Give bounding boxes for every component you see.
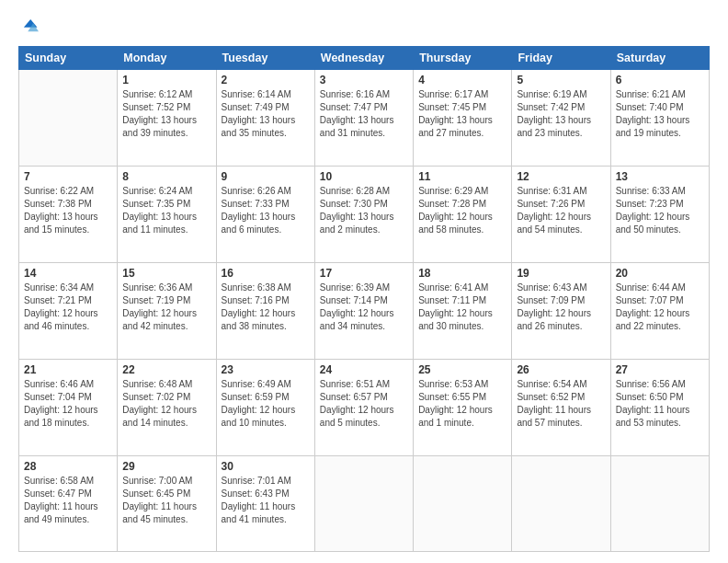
day-cell bbox=[512, 456, 610, 552]
day-content: Sunrise: 6:44 AM Sunset: 7:07 PM Dayligh… bbox=[616, 282, 704, 333]
day-number: 2 bbox=[222, 74, 310, 86]
day-number: 13 bbox=[616, 170, 704, 183]
col-header-monday: Monday bbox=[118, 47, 216, 70]
day-number: 17 bbox=[320, 267, 408, 280]
day-number: 4 bbox=[418, 74, 506, 86]
day-number: 15 bbox=[122, 267, 210, 280]
day-cell: 19Sunrise: 6:43 AM Sunset: 7:09 PM Dayli… bbox=[512, 263, 610, 360]
svg-marker-0 bbox=[24, 19, 38, 28]
col-header-friday: Friday bbox=[512, 47, 610, 70]
day-cell: 3Sunrise: 6:16 AM Sunset: 7:47 PM Daylig… bbox=[314, 70, 413, 167]
day-content: Sunrise: 6:29 AM Sunset: 7:28 PM Dayligh… bbox=[418, 185, 506, 236]
day-cell: 30Sunrise: 7:01 AM Sunset: 6:43 PM Dayli… bbox=[216, 456, 314, 552]
day-content: Sunrise: 6:31 AM Sunset: 7:26 PM Dayligh… bbox=[517, 185, 605, 236]
day-number: 9 bbox=[222, 170, 310, 183]
day-cell: 26Sunrise: 6:54 AM Sunset: 6:52 PM Dayli… bbox=[512, 360, 610, 456]
day-number: 5 bbox=[517, 74, 605, 86]
day-content: Sunrise: 6:49 AM Sunset: 6:59 PM Dayligh… bbox=[222, 378, 310, 430]
day-number: 10 bbox=[320, 170, 408, 183]
day-content: Sunrise: 6:54 AM Sunset: 6:52 PM Dayligh… bbox=[517, 378, 605, 430]
day-number: 3 bbox=[320, 74, 408, 86]
week-row-4: 21Sunrise: 6:46 AM Sunset: 7:04 PM Dayli… bbox=[19, 360, 710, 456]
day-content: Sunrise: 6:53 AM Sunset: 6:55 PM Dayligh… bbox=[418, 378, 506, 430]
col-header-tuesday: Tuesday bbox=[216, 47, 314, 70]
day-content: Sunrise: 6:26 AM Sunset: 7:33 PM Dayligh… bbox=[222, 185, 310, 236]
day-cell: 17Sunrise: 6:39 AM Sunset: 7:14 PM Dayli… bbox=[314, 263, 413, 360]
day-cell bbox=[314, 456, 413, 552]
day-number: 20 bbox=[616, 267, 704, 280]
day-number: 1 bbox=[122, 74, 210, 86]
week-row-5: 28Sunrise: 6:58 AM Sunset: 6:47 PM Dayli… bbox=[19, 456, 710, 552]
day-number: 6 bbox=[616, 74, 704, 86]
day-cell: 18Sunrise: 6:41 AM Sunset: 7:11 PM Dayli… bbox=[414, 263, 512, 360]
day-content: Sunrise: 6:38 AM Sunset: 7:16 PM Dayligh… bbox=[222, 282, 310, 333]
day-content: Sunrise: 7:00 AM Sunset: 6:45 PM Dayligh… bbox=[122, 475, 210, 526]
week-row-2: 7Sunrise: 6:22 AM Sunset: 7:38 PM Daylig… bbox=[19, 167, 710, 263]
day-number: 27 bbox=[616, 363, 704, 376]
day-cell bbox=[610, 456, 709, 552]
day-content: Sunrise: 6:14 AM Sunset: 7:49 PM Dayligh… bbox=[222, 88, 310, 140]
day-cell: 12Sunrise: 6:31 AM Sunset: 7:26 PM Dayli… bbox=[512, 167, 610, 263]
day-number: 18 bbox=[418, 267, 506, 280]
week-row-3: 14Sunrise: 6:34 AM Sunset: 7:21 PM Dayli… bbox=[19, 263, 710, 360]
week-row-1: 1Sunrise: 6:12 AM Sunset: 7:52 PM Daylig… bbox=[19, 70, 710, 167]
day-cell: 15Sunrise: 6:36 AM Sunset: 7:19 PM Dayli… bbox=[118, 263, 216, 360]
day-number: 29 bbox=[122, 460, 210, 473]
day-cell: 21Sunrise: 6:46 AM Sunset: 7:04 PM Dayli… bbox=[19, 360, 118, 456]
day-content: Sunrise: 6:22 AM Sunset: 7:38 PM Dayligh… bbox=[24, 185, 112, 236]
day-content: Sunrise: 6:51 AM Sunset: 6:57 PM Dayligh… bbox=[320, 378, 408, 430]
col-header-sunday: Sunday bbox=[19, 47, 118, 70]
day-content: Sunrise: 6:24 AM Sunset: 7:35 PM Dayligh… bbox=[122, 185, 210, 236]
day-cell: 7Sunrise: 6:22 AM Sunset: 7:38 PM Daylig… bbox=[19, 167, 118, 263]
day-cell: 10Sunrise: 6:28 AM Sunset: 7:30 PM Dayli… bbox=[314, 167, 413, 263]
day-content: Sunrise: 6:39 AM Sunset: 7:14 PM Dayligh… bbox=[320, 282, 408, 333]
calendar-header-row: SundayMondayTuesdayWednesdayThursdayFrid… bbox=[19, 47, 710, 70]
day-cell bbox=[19, 70, 118, 167]
day-cell: 8Sunrise: 6:24 AM Sunset: 7:35 PM Daylig… bbox=[118, 167, 216, 263]
day-content: Sunrise: 6:56 AM Sunset: 6:50 PM Dayligh… bbox=[616, 378, 704, 430]
col-header-wednesday: Wednesday bbox=[314, 47, 413, 70]
day-content: Sunrise: 6:43 AM Sunset: 7:09 PM Dayligh… bbox=[517, 282, 605, 333]
day-cell: 16Sunrise: 6:38 AM Sunset: 7:16 PM Dayli… bbox=[216, 263, 314, 360]
day-cell: 25Sunrise: 6:53 AM Sunset: 6:55 PM Dayli… bbox=[414, 360, 512, 456]
day-cell bbox=[414, 456, 512, 552]
day-content: Sunrise: 6:58 AM Sunset: 6:47 PM Dayligh… bbox=[24, 475, 112, 526]
col-header-thursday: Thursday bbox=[414, 47, 512, 70]
day-content: Sunrise: 7:01 AM Sunset: 6:43 PM Dayligh… bbox=[222, 475, 310, 526]
day-number: 26 bbox=[517, 363, 605, 376]
page: SundayMondayTuesdayWednesdayThursdayFrid… bbox=[0, 0, 728, 563]
day-number: 28 bbox=[24, 460, 112, 473]
day-cell: 13Sunrise: 6:33 AM Sunset: 7:23 PM Dayli… bbox=[610, 167, 709, 263]
day-content: Sunrise: 6:19 AM Sunset: 7:42 PM Dayligh… bbox=[517, 88, 605, 140]
day-cell: 2Sunrise: 6:14 AM Sunset: 7:49 PM Daylig… bbox=[216, 70, 314, 167]
day-cell: 24Sunrise: 6:51 AM Sunset: 6:57 PM Dayli… bbox=[314, 360, 413, 456]
day-number: 7 bbox=[24, 170, 112, 183]
calendar-table: SundayMondayTuesdayWednesdayThursdayFrid… bbox=[18, 46, 710, 552]
day-cell: 28Sunrise: 6:58 AM Sunset: 6:47 PM Dayli… bbox=[19, 456, 118, 552]
day-cell: 9Sunrise: 6:26 AM Sunset: 7:33 PM Daylig… bbox=[216, 167, 314, 263]
day-content: Sunrise: 6:48 AM Sunset: 7:02 PM Dayligh… bbox=[122, 378, 210, 430]
day-number: 23 bbox=[222, 363, 310, 376]
day-number: 19 bbox=[517, 267, 605, 280]
day-cell: 27Sunrise: 6:56 AM Sunset: 6:50 PM Dayli… bbox=[610, 360, 709, 456]
day-cell: 23Sunrise: 6:49 AM Sunset: 6:59 PM Dayli… bbox=[216, 360, 314, 456]
day-cell: 20Sunrise: 6:44 AM Sunset: 7:07 PM Dayli… bbox=[610, 263, 709, 360]
day-number: 24 bbox=[320, 363, 408, 376]
day-content: Sunrise: 6:16 AM Sunset: 7:47 PM Dayligh… bbox=[320, 88, 408, 140]
day-number: 16 bbox=[222, 267, 310, 280]
day-content: Sunrise: 6:34 AM Sunset: 7:21 PM Dayligh… bbox=[24, 282, 112, 333]
day-content: Sunrise: 6:12 AM Sunset: 7:52 PM Dayligh… bbox=[122, 88, 210, 140]
day-content: Sunrise: 6:46 AM Sunset: 7:04 PM Dayligh… bbox=[24, 378, 112, 430]
day-cell: 11Sunrise: 6:29 AM Sunset: 7:28 PM Dayli… bbox=[414, 167, 512, 263]
logo-icon bbox=[18, 17, 39, 37]
day-cell: 5Sunrise: 6:19 AM Sunset: 7:42 PM Daylig… bbox=[512, 70, 610, 167]
day-content: Sunrise: 6:21 AM Sunset: 7:40 PM Dayligh… bbox=[616, 88, 704, 140]
day-cell: 4Sunrise: 6:17 AM Sunset: 7:45 PM Daylig… bbox=[414, 70, 512, 167]
day-content: Sunrise: 6:41 AM Sunset: 7:11 PM Dayligh… bbox=[418, 282, 506, 333]
day-number: 25 bbox=[418, 363, 506, 376]
day-content: Sunrise: 6:17 AM Sunset: 7:45 PM Dayligh… bbox=[418, 88, 506, 140]
day-number: 8 bbox=[122, 170, 210, 183]
day-cell: 22Sunrise: 6:48 AM Sunset: 7:02 PM Dayli… bbox=[118, 360, 216, 456]
day-number: 11 bbox=[418, 170, 506, 183]
day-cell: 6Sunrise: 6:21 AM Sunset: 7:40 PM Daylig… bbox=[610, 70, 709, 167]
